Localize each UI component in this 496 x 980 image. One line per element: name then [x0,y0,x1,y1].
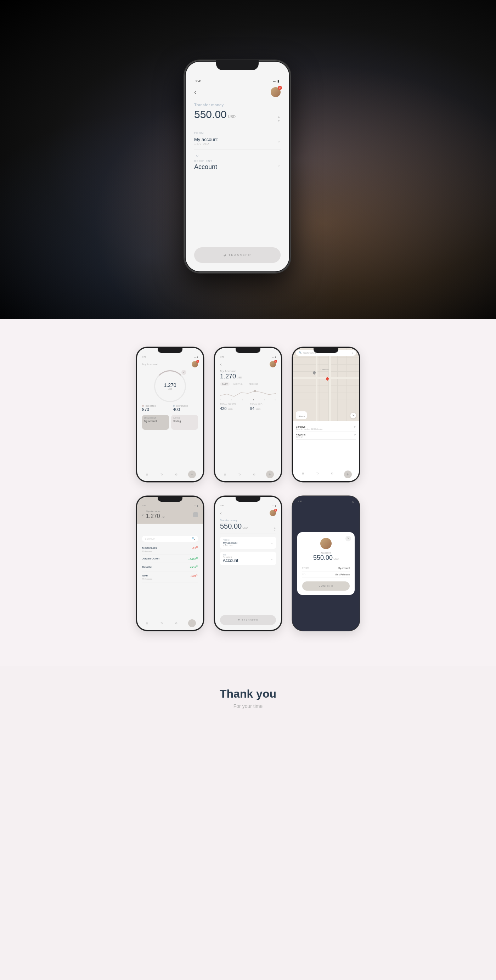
confirm-from-label: FROM [302,567,309,570]
transfer-sm-header: ‹ 2 [220,510,276,516]
screen2-currency: USD [237,376,242,379]
settings-icon[interactable]: ⚙ [173,472,179,477]
screen-transfer: 9:41 ▪▪▪ ▮ ‹ 2 Transfer money 550.00 USD… [215,496,281,631]
battery-icon: ▮ [277,80,279,83]
add-button[interactable]: + [188,471,196,478]
totals-row: TOTAL INCOME 420 USD TOTAL EXP. 94 USD [220,403,276,411]
wallet-icon-2[interactable]: ⊟ [223,472,228,477]
daily-tab[interactable]: DAILY [220,382,230,386]
from-chevron-5[interactable]: ⌄ [270,541,273,545]
back-2[interactable]: ‹ [220,361,222,367]
search-section: SEARCH 🔍 [137,523,203,544]
wallet-icon[interactable]: ⊟ [145,472,150,477]
time-5: 9:41 [220,504,224,507]
settings-icon-4[interactable]: ⚙ [173,620,179,626]
myaccount-label: My account [144,420,167,422]
signals-5: ▪▪▪ ▮ [272,504,276,507]
location-1-address: Some Ln, London, E1 BEL London [296,428,323,430]
confirm-amount-value: 550.00 [313,554,333,562]
monthly-tab[interactable]: MONTHL. [232,382,245,386]
transactions-content: 9:41 ▪▪▪ ▮ ‹ My Account 1.270 USD [137,497,203,630]
menu-icon-map[interactable]: ≡ [352,352,353,354]
to-chevron[interactable]: ⌄ [277,162,281,168]
add-button-2[interactable]: + [266,471,274,478]
tx-item-4[interactable]: Nike -10599 My Account [142,571,198,582]
transfer-screen: 9:41 ▪▪▪ ▮ ‹ 2 Transfer money [186,62,289,271]
close-button[interactable]: ✕ [345,536,351,541]
to-chevron-5[interactable]: ⌄ [270,557,273,560]
total-income: TOTAL INCOME 420 USD [220,403,246,411]
map-pin-2[interactable] [312,371,316,375]
nav-arrow-2[interactable]: ➤ [354,433,356,438]
nav-arrow-1[interactable]: ➤ [354,426,356,430]
tx-item-3[interactable]: Deloitte +95374 [142,563,198,571]
confirm-button[interactable]: CONFIRM [302,581,350,590]
refresh-icon-3[interactable]: ↻ [315,471,321,476]
back-5[interactable]: ‹ [220,510,222,516]
search-icon-4[interactable]: 🔍 [192,537,195,540]
tx-name-1: McDonald's [142,546,157,549]
status-bar-5: 9:41 ▪▪▪ ▮ [220,504,276,507]
myaccount-card[interactable]: MY ACCOUNT My account [142,415,169,430]
status-bar-4: 9:41 ▪▪▪ ▮ [142,504,198,507]
to-label: TO [194,154,281,158]
items-count: 14 items [297,415,305,417]
phone-shell: 9:41 ▪▪▪ ▮ ‹ 2 Transfer money [184,60,291,273]
from-chevron[interactable]: ⌄ [277,138,281,143]
transfer-sm-amount-row: 550.00 USD ▲▼ [220,522,276,531]
back-4[interactable]: ‹ [142,512,144,518]
back-button[interactable]: ‹ [194,89,196,96]
refresh-icon-4[interactable]: ↻ [159,620,165,626]
sm-arrows[interactable]: ▲▼ [273,527,276,531]
chart-inner: 1.270 USD [164,382,176,390]
tx-name-3: Deloitte [142,565,152,569]
confirm-card: ✕ AMOUNT 550.00 USD FROM My account [297,532,355,595]
location-item-1[interactable]: Barclays Some Ln, London, E1 BEL London … [296,424,356,432]
screens-row-1: 9:41 ▪▪▪ ▮ My Account 2 ⤢ 1.270 USD [21,347,475,482]
transfer-button-5[interactable]: ⇄ TRANSFER [220,615,276,625]
status-bar-1: 9:41 ▪▪▪ ▮ [142,356,198,358]
total-expense: TOTAL EXP. 94 USD [250,403,276,411]
saving-card[interactable]: SAVING Saving [171,415,198,430]
add-button-3[interactable]: + [344,471,352,478]
wallet-icon-3[interactable]: ⊟ [300,471,306,476]
wallet-icon-4[interactable]: ⊟ [145,620,150,626]
location-item-2[interactable]: Paypoint Some Ln ➤ [296,432,356,440]
amount-arrows[interactable]: ▲▼ [277,115,281,123]
to-field-row: Recipient Account ⌄ [194,159,281,171]
bottom-nav-2: ⊟ ↻ ⚙ + [218,471,278,478]
income-expenses: INCOMES 870 EXPENSES 400 [142,405,198,412]
chart-icon-4[interactable] [193,512,198,517]
tx-item-2[interactable]: Jorgen Ouren +142000 [142,555,198,563]
transfer-title: Transfer money [194,103,281,107]
add-button-4[interactable]: + [188,619,196,627]
refresh-icon-2[interactable]: ↻ [237,472,243,477]
svg-point-0 [254,390,256,392]
tx-balance: 1.270 [146,513,160,519]
screen-account-overview: 9:41 ▪▪▪ ▮ My Account 2 ⤢ 1.270 USD [137,347,204,482]
tx-item-1[interactable]: McDonald's -1999 My Account [142,544,198,555]
bottom-nav-4: ⊟ ↻ ⚙ + [140,619,200,627]
map-road-v2 [329,348,331,421]
screen2-title: My Account [220,369,276,373]
search-bar-4[interactable]: SEARCH 🔍 [142,536,198,542]
week-4: 4 [220,399,221,401]
confirm-from-value: My account [338,567,350,570]
refresh-icon[interactable]: ↻ [159,472,165,477]
screen2-balance: 1.270 [220,373,236,380]
confirm-amount-row: 550.00 USD [302,554,350,562]
navigate-icon[interactable]: ➤ [350,413,356,418]
settings-icon-3[interactable]: ⚙ [329,471,335,476]
location-1-name: Barclays [296,426,323,428]
divider2 [194,150,281,150]
transfer-button[interactable]: ⇄ TRANSFER [194,247,281,263]
settings-icon-2[interactable]: ⚙ [251,472,257,477]
header-2: ‹ 2 [220,361,276,368]
items-badge: 14 items [296,411,307,419]
total-expense-cur: USD [256,408,261,410]
feb-tab[interactable]: FEB 2018 [247,382,260,386]
expense-item: EXPENSES 400 [173,405,198,412]
tx-amount-4: -10599 [190,574,198,578]
recipient-value: Account [194,163,217,171]
transfer-sm-content: 9:41 ▪▪▪ ▮ ‹ 2 Transfer money 550.00 USD… [215,497,281,630]
